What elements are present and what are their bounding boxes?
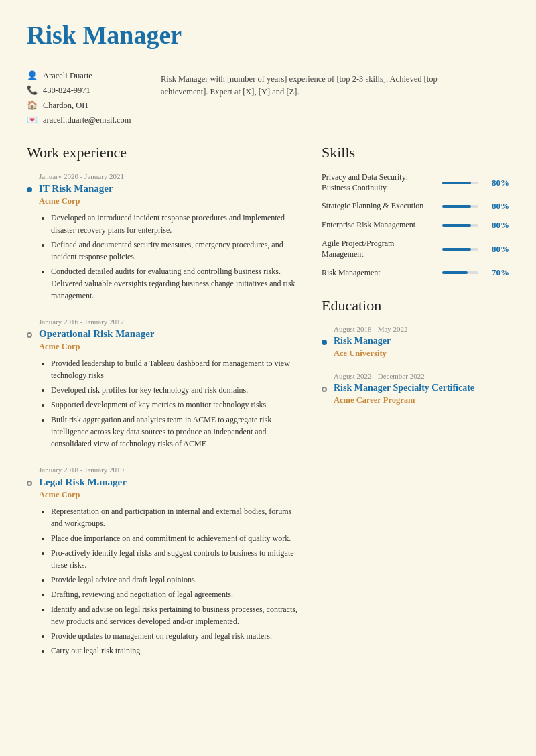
skill-bar-container-3: [442, 248, 478, 251]
edu-date-0: August 2018 - May 2022: [334, 325, 509, 333]
contact-info: 👤 Araceli Duarte 📞 430-824-9971 🏠 Chardo…: [27, 70, 134, 125]
edu-degree-1: Risk Manager Specialty Certificate: [334, 383, 509, 393]
location-icon: 🏠: [27, 100, 38, 111]
bullet-item: Defined and documented security measures…: [51, 239, 302, 263]
page-title: Risk Manager: [27, 20, 509, 50]
contact-email-row: 💌 araceli.duarte@email.com: [27, 115, 134, 125]
contact-phone-row: 📞 430-824-9971: [27, 85, 134, 96]
job-bullets-1: Provided leadership to build a Tableau d…: [39, 357, 302, 450]
job-entry-1: January 2016 - January 2017 Operational …: [27, 318, 302, 450]
skill-pct-4: 70%: [485, 267, 509, 278]
contact-name-row: 👤 Araceli Duarte: [27, 70, 134, 81]
job-bullets-2: Representation on and participation in i…: [39, 505, 302, 657]
edu-bullet-filled-0: [322, 340, 327, 345]
job-company-2: Acme Corp: [39, 490, 302, 500]
skill-pct-1: 80%: [485, 201, 509, 212]
bullet-item: Carry out legal risk training.: [51, 645, 302, 657]
skill-name-3: Agile Project/Program Management: [322, 239, 436, 259]
bullet-item: Developed an introduced incident respons…: [51, 212, 302, 236]
skill-bar-fill-3: [442, 248, 471, 251]
skill-row-3: Agile Project/Program Management 80%: [322, 239, 509, 259]
bullet-outline-1: [27, 332, 32, 338]
education-section: Education August 2018 - May 2022 Risk Ma…: [322, 297, 509, 405]
skill-row-4: Risk Management 70%: [322, 267, 509, 278]
bullet-item: Drafting, reviewing and negotiation of l…: [51, 588, 302, 601]
bullet-item: Developed risk profiles for key technolo…: [51, 384, 302, 396]
edu-institution-0: Ace University: [334, 349, 509, 359]
skill-bar-container-0: [442, 182, 478, 184]
edu-bullet-outline-1: [322, 387, 327, 392]
bullet-item: Built risk aggregation and analytics tea…: [51, 414, 302, 450]
job-date-1: January 2016 - January 2017: [39, 318, 302, 326]
left-column: Work experience January 2020 - January 2…: [27, 144, 302, 673]
skill-row-2: Enterprise Risk Management 80%: [322, 220, 509, 231]
job-date-2: January 2018 - January 2019: [39, 466, 302, 474]
bullet-item: Pro-actively identify legal risks and su…: [51, 547, 302, 571]
bullet-outline-2: [27, 481, 32, 486]
contact-location: Chardon, OH: [43, 101, 88, 111]
bullet-item: Provide legal advice and draft legal opi…: [51, 574, 302, 586]
skill-name-2: Enterprise Risk Management: [322, 220, 436, 231]
edu-degree-0: Risk Manager: [334, 336, 509, 346]
job-entry-2: January 2018 - January 2019 Legal Risk M…: [27, 466, 302, 657]
contact-section: 👤 Araceli Duarte 📞 430-824-9971 🏠 Chardo…: [27, 70, 509, 125]
contact-name: Araceli Duarte: [43, 71, 92, 81]
bullet-item: Supported development of key metrics to …: [51, 399, 302, 411]
edu-entry-1: August 2022 - December 2022 Risk Manager…: [322, 372, 509, 405]
skills-title: Skills: [322, 144, 509, 162]
skill-pct-3: 80%: [485, 244, 509, 255]
bullet-item: Place due importance on and commitment t…: [51, 532, 302, 544]
skill-row-0: Privacy and Data Security: Business Cont…: [322, 172, 509, 193]
skill-name-4: Risk Management: [322, 268, 436, 279]
job-title-2: Legal Risk Manager: [39, 477, 302, 488]
header-divider: [27, 58, 509, 58]
edu-date-1: August 2022 - December 2022: [334, 372, 509, 380]
contact-location-row: 🏠 Chardon, OH: [27, 100, 134, 111]
skill-name-1: Strategic Planning & Execution: [322, 201, 436, 212]
skill-bar-container-1: [442, 205, 478, 208]
bullet-item: Conducted detailed audits for evaluating…: [51, 265, 302, 302]
skill-bar-fill-4: [442, 271, 468, 274]
edu-institution-1: Acme Career Program: [334, 395, 509, 405]
skill-pct-2: 80%: [485, 220, 509, 231]
work-experience-title: Work experience: [27, 144, 302, 162]
skill-bar-fill-2: [442, 224, 471, 227]
skill-pct-0: 80%: [485, 178, 509, 188]
right-column: Skills Privacy and Data Security: Busine…: [322, 144, 509, 673]
bullet-item: Identify and advise on legal risks perta…: [51, 603, 302, 627]
job-date-0: January 2020 - January 2021: [39, 172, 302, 180]
job-company-0: Acme Corp: [39, 196, 302, 206]
phone-icon: 📞: [27, 85, 38, 96]
skill-bar-fill-1: [442, 205, 471, 208]
job-title-1: Operational Risk Manager: [39, 328, 302, 340]
bullet-filled-0: [27, 187, 32, 192]
job-entry-0: January 2020 - January 2021 IT Risk Mana…: [27, 172, 302, 302]
skills-section: Skills Privacy and Data Security: Busine…: [322, 144, 509, 278]
job-company-1: Acme Corp: [39, 342, 302, 352]
skill-row-1: Strategic Planning & Execution 80%: [322, 201, 509, 212]
skill-name-0: Privacy and Data Security: Business Cont…: [322, 172, 436, 193]
email-icon: 💌: [27, 115, 38, 125]
education-title: Education: [322, 297, 509, 314]
summary-text: Risk Manager with [number of years] expe…: [161, 70, 469, 125]
person-icon: 👤: [27, 70, 38, 81]
bullet-item: Provide updates to management on regulat…: [51, 630, 302, 642]
edu-entry-0: August 2018 - May 2022 Risk Manager Ace …: [322, 325, 509, 359]
bullet-item: Representation on and participation in i…: [51, 505, 302, 529]
page: Risk Manager 👤 Araceli Duarte 📞 430-824-…: [0, 0, 536, 756]
job-title-0: IT Risk Manager: [39, 183, 302, 194]
main-content: Work experience January 2020 - January 2…: [27, 144, 509, 673]
contact-email: araceli.duarte@email.com: [43, 115, 131, 125]
job-bullets-0: Developed an introduced incident respons…: [39, 212, 302, 302]
skill-bar-container-2: [442, 224, 478, 227]
skill-bar-container-4: [442, 271, 478, 274]
contact-phone: 430-824-9971: [43, 86, 90, 96]
bullet-item: Provided leadership to build a Tableau d…: [51, 357, 302, 381]
skill-bar-fill-0: [442, 182, 471, 184]
